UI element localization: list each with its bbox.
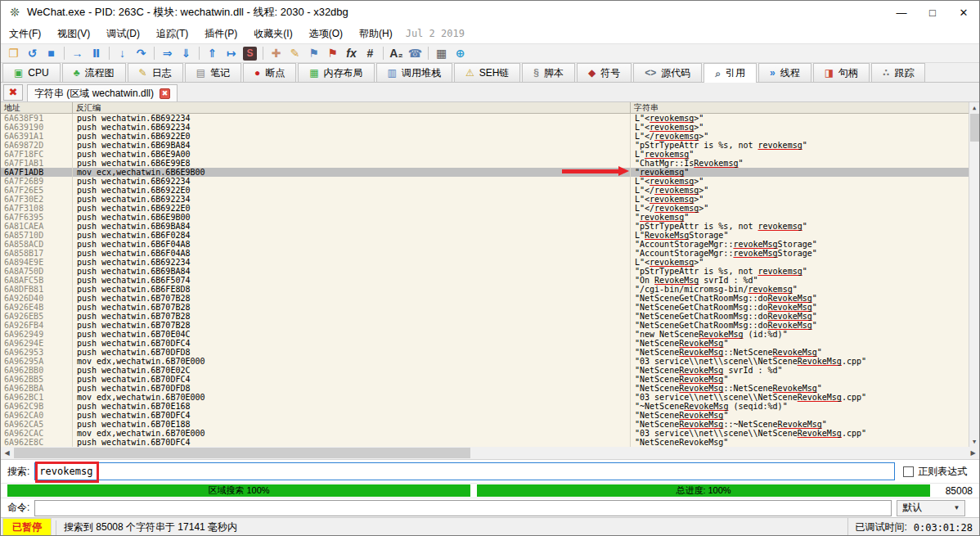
patch-icon[interactable]: ✚: [267, 45, 285, 61]
table-row[interactable]: 6A6391A1push wechatwin.6B6922E0L"</revok…: [1, 132, 979, 141]
table-row[interactable]: 6A7F3108push wechatwin.6B6922E0L"</revok…: [1, 204, 979, 213]
table-row[interactable]: 6A962E8Cpush wechatwin.6B70DFC4"NetScene…: [1, 438, 979, 447]
report-device-icon[interactable]: ☎: [406, 45, 425, 61]
close-all-tabs-button[interactable]: ✖: [3, 84, 23, 101]
menu-item-0[interactable]: 文件(F): [1, 25, 49, 43]
tab-symbols[interactable]: ◆符号: [577, 63, 632, 82]
table-row[interactable]: 6A7F26B9push wechatwin.6B692234L"<revoke…: [1, 177, 979, 186]
table-row[interactable]: 6A639190push wechatwin.6B692234L"<revoke…: [1, 123, 979, 132]
table-row[interactable]: 6A7F1ADBmov ecx,wechatwin.6B6E9B00"revok…: [1, 168, 979, 177]
menu-item-2[interactable]: 调试(D): [98, 25, 148, 43]
tab-script[interactable]: §脚本: [522, 63, 575, 82]
table-row[interactable]: 6A962953push wechatwin.6B70DFD8"NetScene…: [1, 348, 979, 357]
stop-icon[interactable]: ■: [42, 45, 61, 61]
search-input[interactable]: [34, 462, 895, 480]
table-row[interactable]: 6A7F30E2push wechatwin.6B692234L"<revoke…: [1, 195, 979, 204]
tab-threads[interactable]: »线程: [758, 63, 811, 82]
table-row[interactable]: 6A962BC1mov edx,wechatwin.6B70E000"03_se…: [1, 393, 979, 402]
table-row[interactable]: 6A926EB5push wechatwin.6B707B28"NetScene…: [1, 312, 979, 321]
table-row[interactable]: 6A858B17push wechatwin.6B6F04A8"AccountS…: [1, 249, 979, 258]
table-row[interactable]: 6A8AFC5Bpush wechatwin.6B6F5074"On Revok…: [1, 276, 979, 285]
table-row[interactable]: 6A962BB0push wechatwin.6B70E02C"NetScene…: [1, 366, 979, 375]
step-out-icon[interactable]: ⇑: [203, 45, 222, 61]
column-header-disassembly[interactable]: 反汇编: [73, 102, 631, 113]
tab-handles[interactable]: ◨句柄: [813, 63, 870, 82]
maximize-button[interactable]: □: [917, 1, 948, 24]
menu-item-5[interactable]: 收藏夹(I): [245, 25, 300, 43]
menu-item-7[interactable]: 帮助(H): [351, 25, 401, 43]
table-row[interactable]: 6A7F18FCpush wechatwin.6B6E9A00L"revokem…: [1, 150, 979, 159]
menu-item-1[interactable]: 视图(V): [49, 25, 98, 43]
table-row[interactable]: 6A7F1AB1push wechatwin.6B6E99E8"ChatMgr:…: [1, 159, 979, 168]
doc-tab-strings[interactable]: 字符串 (区域 wechatwin.dll) ✖: [27, 84, 178, 101]
table-row[interactable]: 6A962CA0push wechatwin.6B70DFC4"NetScene…: [1, 411, 979, 420]
table-row[interactable]: 6A962BB5push wechatwin.6B70DFC4"NetScene…: [1, 375, 979, 384]
close-button[interactable]: ✕: [948, 1, 979, 24]
horizontal-scrollbar[interactable]: ◀ ▶: [1, 447, 979, 460]
table-row[interactable]: 6A858ACDpush wechatwin.6B6F04A8"AccountS…: [1, 240, 979, 249]
scroll-up-icon[interactable]: ▲: [969, 102, 979, 113]
tab-trace[interactable]: ∴跟踪: [871, 63, 925, 82]
tab-log[interactable]: ✎日志: [128, 63, 183, 82]
menu-item-4[interactable]: 插件(P): [196, 25, 245, 43]
regex-checkbox[interactable]: [903, 466, 914, 477]
table-row[interactable]: 6A962949push wechatwin.6B70E04C"new NetS…: [1, 330, 979, 339]
table-row[interactable]: 6A8DFB81push wechatwin.6B6FE8D8"/cgi-bin…: [1, 285, 979, 294]
table-row[interactable]: 6A926FB4push wechatwin.6B707B28"NetScene…: [1, 321, 979, 330]
table-row[interactable]: 6A894E9Epush wechatwin.6B692234L"<revoke…: [1, 258, 979, 267]
skip-icon[interactable]: ⇓: [177, 45, 196, 61]
doc-tab-close-icon[interactable]: ✖: [160, 88, 170, 99]
open-file-icon[interactable]: ❐: [4, 45, 23, 61]
calculator-icon[interactable]: ▦: [432, 45, 451, 61]
table-row[interactable]: 6A962BBApush wechatwin.6B70DFD8"NetScene…: [1, 384, 979, 393]
column-header-address[interactable]: 地址: [1, 102, 73, 113]
function-icon[interactable]: fx: [342, 45, 361, 61]
profile-dropdown[interactable]: 默认 ▼: [897, 500, 965, 516]
tab-references[interactable]: ⌕引用: [704, 63, 757, 83]
step-into-icon[interactable]: ↓: [113, 45, 132, 61]
pause-icon[interactable]: Ⅱ: [87, 45, 106, 61]
tab-call-stack[interactable]: ▥调用堆栈: [376, 63, 452, 82]
minimize-button[interactable]: —: [886, 1, 917, 24]
table-row[interactable]: 6A85710Dpush wechatwin.6B6F0284L"RevokeM…: [1, 231, 979, 240]
table-row[interactable]: 6A926E4Bpush wechatwin.6B707B28"NetScene…: [1, 303, 979, 312]
command-input[interactable]: [34, 500, 892, 516]
comment-icon[interactable]: ✎: [285, 45, 304, 61]
table-row[interactable]: 6A7F26E5push wechatwin.6B6922E0L"</revok…: [1, 186, 979, 195]
scroll-down-icon[interactable]: ▼: [969, 436, 979, 447]
menu-item-6[interactable]: 选项(O): [301, 25, 351, 43]
table-row[interactable]: 6A81CAEApush wechatwin.6B69BA84"pStrType…: [1, 222, 979, 231]
scroll-left-icon[interactable]: ◀: [1, 447, 13, 459]
tab-memory-map[interactable]: ▦内存布局: [298, 63, 374, 82]
bookmark-icon[interactable]: ⚑: [323, 45, 342, 61]
run-icon[interactable]: →: [68, 45, 87, 61]
scylla-icon[interactable]: S: [243, 47, 257, 61]
tab-notes[interactable]: ▤笔记: [185, 63, 241, 82]
hash-icon[interactable]: #: [361, 45, 380, 61]
table-row[interactable]: 6A926D40push wechatwin.6B707B28"NetScene…: [1, 294, 979, 303]
menu-item-3[interactable]: 追踪(T): [148, 25, 196, 43]
tab-seh-chain[interactable]: ⚠SEH链: [454, 63, 520, 82]
table-row[interactable]: 6A962CA5push wechatwin.6B70E188"NetScene…: [1, 420, 979, 429]
tab-breakpoints[interactable]: ●断点: [243, 63, 296, 82]
step-over-icon[interactable]: ↷: [132, 45, 151, 61]
table-row[interactable]: 6A962CACmov edx,wechatwin.6B70E000"03_se…: [1, 429, 979, 438]
table-row[interactable]: 6A96294Epush wechatwin.6B70DFC4"NetScene…: [1, 339, 979, 348]
char-table-icon[interactable]: A₂: [387, 45, 406, 61]
table-row[interactable]: 6A962C9Bpush wechatwin.6B70E168"~NetScen…: [1, 402, 979, 411]
table-row[interactable]: 6A69872Dpush wechatwin.6B69BA84"pStrType…: [1, 141, 979, 150]
table-row[interactable]: 6A96295Amov edx,wechatwin.6B70E000"03_se…: [1, 357, 979, 366]
column-header-string[interactable]: 字符串: [631, 102, 979, 113]
table-row[interactable]: 6A7F6395push wechatwin.6B6E9B00"revokems…: [1, 213, 979, 222]
restart-icon[interactable]: ↺: [23, 45, 42, 61]
table-row[interactable]: 6A8A750Dpush wechatwin.6B69BA84"pStrType…: [1, 267, 979, 276]
horizontal-scroll-thumb[interactable]: [14, 448, 470, 458]
tab-graph[interactable]: ♣流程图: [62, 63, 126, 82]
table-row[interactable]: 6A638F91push wechatwin.6B692234L"<revoke…: [1, 114, 979, 123]
run-to-user-code-icon[interactable]: ↦: [222, 45, 241, 61]
execute-till-return-icon[interactable]: ⇒: [158, 45, 177, 61]
label-icon[interactable]: ⚑: [304, 45, 323, 61]
globe-icon[interactable]: ⊕: [451, 45, 470, 61]
vertical-scrollbar[interactable]: ▲ ▼: [969, 102, 979, 447]
vertical-scroll-thumb[interactable]: [970, 114, 979, 142]
